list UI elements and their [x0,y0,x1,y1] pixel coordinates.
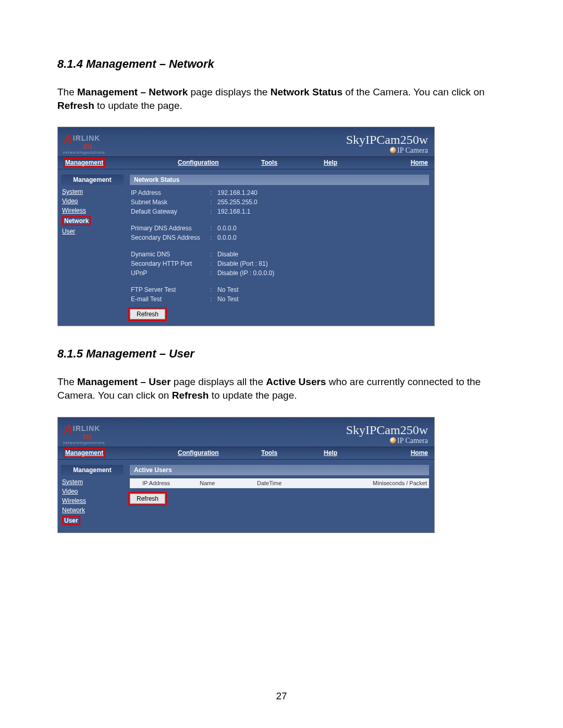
nav-management[interactable]: Management [65,159,103,166]
sidebar-item-network[interactable]: Network [64,217,89,225]
nav-configuration[interactable]: Configuration [178,449,219,456]
logo-a: A [63,422,73,437]
kv-row: Secondary HTTP Port:Disable (Port : 81) [130,259,429,268]
nav-configuration[interactable]: Configuration [178,159,219,166]
nav-tools[interactable]: Tools [261,449,277,456]
sidebar-item-network[interactable]: Network [62,507,85,514]
product-name: SkyIPCam250w [346,424,428,436]
text: page displays the [188,87,270,97]
sidebar-item-system[interactable]: System [62,188,83,195]
kv-row: FTP Server Test:No Test [130,285,429,294]
screenshot-management-user: AIRLINK 101 networkingsolutions SkyIPCam… [57,417,435,533]
section-paragraph-network: The Management – Network page displays t… [57,85,506,112]
kv-key: UPnP [131,269,210,277]
section-heading-user: 8.1.5 Management – User [57,347,506,361]
sidebar-item-video[interactable]: Video [62,198,78,205]
orb-icon [390,147,396,153]
panel-title: Network Status [130,175,429,185]
screenshot-management-network: AIRLINK 101 networkingsolutions SkyIPCam… [57,127,435,326]
top-nav: Management Configuration Tools Help Home [58,156,434,169]
text: The [57,87,77,97]
kv-row: Primary DNS Address:0.0.0.0 [130,224,429,233]
logo: AIRLINK 101 networkingsolutions [63,132,105,154]
kv-value: 255.255.255.0 [217,199,428,206]
nav-home[interactable]: Home [411,159,428,166]
sidebar-item-video[interactable]: Video [62,488,78,495]
text-bold: Refresh [57,100,94,111]
text: page displays all the [171,376,266,387]
kv-row: E-mail Test:No Test [130,294,429,304]
nav-help[interactable]: Help [324,159,337,166]
kv-key: Secondary HTTP Port [131,260,210,267]
logo-irlink: IRLINK [73,134,101,142]
kv-row: Secondary DNS Address:0.0.0.0 [130,233,429,242]
kv-key: Subnet Mask [131,199,210,206]
kv-key: Default Gateway [131,208,210,215]
text-bold: Management – Network [77,87,188,97]
text-bold: Network Status [271,87,342,97]
product-sub: IP Camera [346,147,428,154]
nav-tools[interactable]: Tools [261,159,277,166]
top-nav: Management Configuration Tools Help Home [58,447,434,460]
text: to update the page. [209,390,297,401]
screenshot-header: AIRLINK 101 networkingsolutions SkyIPCam… [58,127,434,156]
highlight-box: User [62,516,80,525]
text-bold: Active Users [266,376,326,387]
text: of the Camera. You can click on [342,87,485,97]
sidebar: Management System Video Wireless Network… [61,175,124,319]
users-table-header: IP Address Name DateTime Miniseconds / P… [130,478,429,488]
kv-value: No Test [217,295,428,303]
product-title: SkyIPCam250w IP Camera [346,424,428,445]
kv-key: Dynamic DNS [131,251,210,258]
kv-row: UPnP:Disable (IP : 0.0.0.0) [130,268,429,278]
orb-icon [390,437,396,443]
sidebar-heading: Management [61,175,124,185]
refresh-button[interactable]: Refresh [130,493,165,504]
kv-value: 0.0.0.0 [217,234,428,241]
sidebar: Management System Video Wireless Network… [61,465,124,526]
panel-title: Active Users [130,465,429,475]
kv-row: Subnet Mask:255.255.255.0 [130,198,429,207]
highlight-box: Management [63,448,105,458]
text: to update the page. [94,100,182,111]
text: The [57,376,77,387]
product-name: SkyIPCam250w [346,133,428,146]
sidebar-item-user[interactable]: User [64,517,78,524]
product-sub: IP Camera [346,437,428,445]
kv-value: Disable [217,251,428,258]
content-panel: Network Status IP Address:192.168.1.240 … [130,175,429,319]
sidebar-item-wireless[interactable]: Wireless [62,207,86,214]
kv-row: Dynamic DNS:Disable [130,250,429,259]
sidebar-item-system[interactable]: System [62,478,83,486]
kv-key: IP Address [131,189,210,196]
screenshot-header: AIRLINK 101 networkingsolutions SkyIPCam… [58,417,434,447]
logo-101: 101 [83,144,105,150]
highlight-box: Network [62,216,91,226]
text-bold: Management – User [77,376,171,387]
content-panel: Active Users IP Address Name DateTime Mi… [130,465,429,526]
kv-value: Disable (Port : 81) [217,260,428,267]
nav-home[interactable]: Home [411,449,428,456]
kv-key: E-mail Test [131,295,210,303]
highlight-box: Management [63,158,105,167]
kv-value: 192.168.1.1 [217,208,428,215]
product-title: SkyIPCam250w IP Camera [346,133,428,154]
logo-a: A [63,131,73,147]
kv-value: 0.0.0.0 [217,225,428,232]
logo: AIRLINK 101 networkingsolutions [63,423,105,445]
logo-tagline: networkingsolutions [63,441,105,445]
col-packet: Miniseconds / Packet [354,480,427,486]
kv-key: FTP Server Test [131,286,210,293]
logo-101: 101 [83,434,105,440]
col-ip: IP Address [142,480,200,486]
col-datetime: DateTime [257,480,354,486]
refresh-button[interactable]: Refresh [130,309,165,319]
kv-value: No Test [217,286,428,293]
sidebar-item-user[interactable]: User [62,228,75,235]
nav-management[interactable]: Management [65,449,103,456]
kv-row: IP Address:192.168.1.240 [130,188,429,198]
kv-key: Secondary DNS Address [131,234,210,241]
logo-irlink: IRLINK [73,424,101,433]
nav-help[interactable]: Help [324,449,337,456]
sidebar-item-wireless[interactable]: Wireless [62,497,86,504]
